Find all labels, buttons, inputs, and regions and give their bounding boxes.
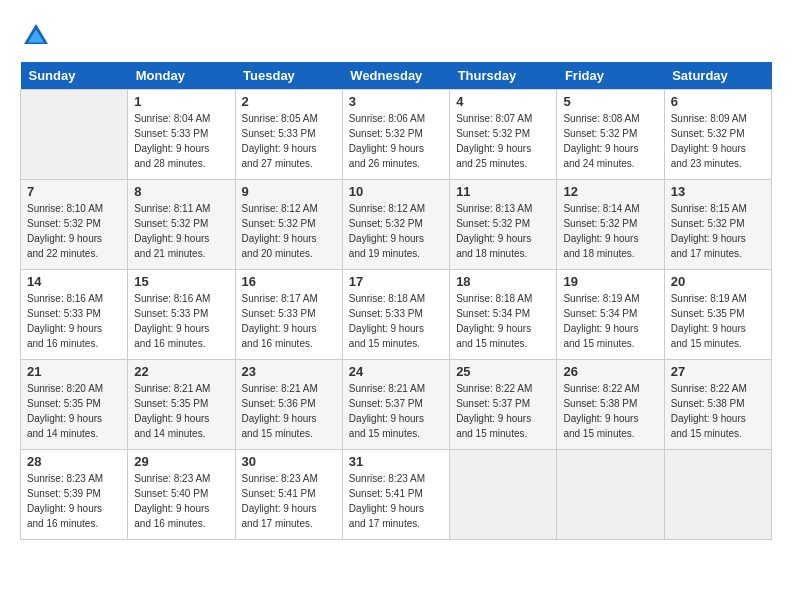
calendar-cell [21, 90, 128, 180]
day-number: 23 [242, 364, 336, 379]
day-number: 18 [456, 274, 550, 289]
calendar-cell: 5Sunrise: 8:08 AMSunset: 5:32 PMDaylight… [557, 90, 664, 180]
day-number: 16 [242, 274, 336, 289]
calendar-header-row: SundayMondayTuesdayWednesdayThursdayFrid… [21, 62, 772, 90]
calendar-cell: 8Sunrise: 8:11 AMSunset: 5:32 PMDaylight… [128, 180, 235, 270]
day-number: 2 [242, 94, 336, 109]
calendar-cell [450, 450, 557, 540]
day-info: Sunrise: 8:14 AMSunset: 5:32 PMDaylight:… [563, 201, 657, 261]
day-info: Sunrise: 8:15 AMSunset: 5:32 PMDaylight:… [671, 201, 765, 261]
day-info: Sunrise: 8:22 AMSunset: 5:38 PMDaylight:… [671, 381, 765, 441]
day-info: Sunrise: 8:17 AMSunset: 5:33 PMDaylight:… [242, 291, 336, 351]
day-info: Sunrise: 8:06 AMSunset: 5:32 PMDaylight:… [349, 111, 443, 171]
calendar-cell: 12Sunrise: 8:14 AMSunset: 5:32 PMDayligh… [557, 180, 664, 270]
day-info: Sunrise: 8:12 AMSunset: 5:32 PMDaylight:… [242, 201, 336, 261]
calendar-week-row: 21Sunrise: 8:20 AMSunset: 5:35 PMDayligh… [21, 360, 772, 450]
calendar-cell: 16Sunrise: 8:17 AMSunset: 5:33 PMDayligh… [235, 270, 342, 360]
calendar-cell: 17Sunrise: 8:18 AMSunset: 5:33 PMDayligh… [342, 270, 449, 360]
day-number: 4 [456, 94, 550, 109]
page-header [20, 20, 772, 52]
day-info: Sunrise: 8:22 AMSunset: 5:38 PMDaylight:… [563, 381, 657, 441]
calendar-cell: 2Sunrise: 8:05 AMSunset: 5:33 PMDaylight… [235, 90, 342, 180]
day-number: 1 [134, 94, 228, 109]
day-info: Sunrise: 8:11 AMSunset: 5:32 PMDaylight:… [134, 201, 228, 261]
calendar-cell [664, 450, 771, 540]
day-number: 17 [349, 274, 443, 289]
day-header-friday: Friday [557, 62, 664, 90]
calendar-cell: 19Sunrise: 8:19 AMSunset: 5:34 PMDayligh… [557, 270, 664, 360]
day-info: Sunrise: 8:18 AMSunset: 5:34 PMDaylight:… [456, 291, 550, 351]
day-number: 7 [27, 184, 121, 199]
day-info: Sunrise: 8:21 AMSunset: 5:37 PMDaylight:… [349, 381, 443, 441]
day-header-monday: Monday [128, 62, 235, 90]
day-info: Sunrise: 8:05 AMSunset: 5:33 PMDaylight:… [242, 111, 336, 171]
day-info: Sunrise: 8:04 AMSunset: 5:33 PMDaylight:… [134, 111, 228, 171]
calendar-cell: 3Sunrise: 8:06 AMSunset: 5:32 PMDaylight… [342, 90, 449, 180]
calendar-cell: 14Sunrise: 8:16 AMSunset: 5:33 PMDayligh… [21, 270, 128, 360]
calendar-cell: 30Sunrise: 8:23 AMSunset: 5:41 PMDayligh… [235, 450, 342, 540]
day-number: 26 [563, 364, 657, 379]
day-number: 10 [349, 184, 443, 199]
calendar-cell: 9Sunrise: 8:12 AMSunset: 5:32 PMDaylight… [235, 180, 342, 270]
calendar-cell: 26Sunrise: 8:22 AMSunset: 5:38 PMDayligh… [557, 360, 664, 450]
day-number: 20 [671, 274, 765, 289]
day-info: Sunrise: 8:08 AMSunset: 5:32 PMDaylight:… [563, 111, 657, 171]
day-number: 24 [349, 364, 443, 379]
calendar-cell: 22Sunrise: 8:21 AMSunset: 5:35 PMDayligh… [128, 360, 235, 450]
calendar-cell: 6Sunrise: 8:09 AMSunset: 5:32 PMDaylight… [664, 90, 771, 180]
day-number: 12 [563, 184, 657, 199]
calendar-cell: 11Sunrise: 8:13 AMSunset: 5:32 PMDayligh… [450, 180, 557, 270]
day-number: 15 [134, 274, 228, 289]
day-number: 21 [27, 364, 121, 379]
day-info: Sunrise: 8:09 AMSunset: 5:32 PMDaylight:… [671, 111, 765, 171]
calendar-week-row: 28Sunrise: 8:23 AMSunset: 5:39 PMDayligh… [21, 450, 772, 540]
calendar-cell: 24Sunrise: 8:21 AMSunset: 5:37 PMDayligh… [342, 360, 449, 450]
day-info: Sunrise: 8:23 AMSunset: 5:41 PMDaylight:… [242, 471, 336, 531]
logo-icon [20, 20, 52, 52]
calendar-cell: 13Sunrise: 8:15 AMSunset: 5:32 PMDayligh… [664, 180, 771, 270]
day-number: 19 [563, 274, 657, 289]
day-info: Sunrise: 8:13 AMSunset: 5:32 PMDaylight:… [456, 201, 550, 261]
day-info: Sunrise: 8:12 AMSunset: 5:32 PMDaylight:… [349, 201, 443, 261]
calendar-cell: 7Sunrise: 8:10 AMSunset: 5:32 PMDaylight… [21, 180, 128, 270]
calendar-week-row: 1Sunrise: 8:04 AMSunset: 5:33 PMDaylight… [21, 90, 772, 180]
day-number: 25 [456, 364, 550, 379]
calendar-cell: 28Sunrise: 8:23 AMSunset: 5:39 PMDayligh… [21, 450, 128, 540]
calendar-cell: 23Sunrise: 8:21 AMSunset: 5:36 PMDayligh… [235, 360, 342, 450]
day-header-thursday: Thursday [450, 62, 557, 90]
day-number: 6 [671, 94, 765, 109]
day-info: Sunrise: 8:19 AMSunset: 5:34 PMDaylight:… [563, 291, 657, 351]
day-number: 30 [242, 454, 336, 469]
day-info: Sunrise: 8:21 AMSunset: 5:36 PMDaylight:… [242, 381, 336, 441]
day-info: Sunrise: 8:22 AMSunset: 5:37 PMDaylight:… [456, 381, 550, 441]
calendar-cell [557, 450, 664, 540]
calendar-cell: 31Sunrise: 8:23 AMSunset: 5:41 PMDayligh… [342, 450, 449, 540]
day-info: Sunrise: 8:18 AMSunset: 5:33 PMDaylight:… [349, 291, 443, 351]
day-number: 11 [456, 184, 550, 199]
calendar-cell: 1Sunrise: 8:04 AMSunset: 5:33 PMDaylight… [128, 90, 235, 180]
calendar-cell: 27Sunrise: 8:22 AMSunset: 5:38 PMDayligh… [664, 360, 771, 450]
day-info: Sunrise: 8:20 AMSunset: 5:35 PMDaylight:… [27, 381, 121, 441]
calendar-cell: 20Sunrise: 8:19 AMSunset: 5:35 PMDayligh… [664, 270, 771, 360]
day-info: Sunrise: 8:21 AMSunset: 5:35 PMDaylight:… [134, 381, 228, 441]
calendar-cell: 25Sunrise: 8:22 AMSunset: 5:37 PMDayligh… [450, 360, 557, 450]
day-number: 9 [242, 184, 336, 199]
day-info: Sunrise: 8:23 AMSunset: 5:40 PMDaylight:… [134, 471, 228, 531]
calendar-week-row: 14Sunrise: 8:16 AMSunset: 5:33 PMDayligh… [21, 270, 772, 360]
day-info: Sunrise: 8:07 AMSunset: 5:32 PMDaylight:… [456, 111, 550, 171]
day-header-tuesday: Tuesday [235, 62, 342, 90]
day-number: 13 [671, 184, 765, 199]
calendar-cell: 4Sunrise: 8:07 AMSunset: 5:32 PMDaylight… [450, 90, 557, 180]
calendar-cell: 18Sunrise: 8:18 AMSunset: 5:34 PMDayligh… [450, 270, 557, 360]
day-number: 8 [134, 184, 228, 199]
day-number: 22 [134, 364, 228, 379]
day-number: 14 [27, 274, 121, 289]
logo [20, 20, 56, 52]
day-number: 5 [563, 94, 657, 109]
day-info: Sunrise: 8:16 AMSunset: 5:33 PMDaylight:… [134, 291, 228, 351]
day-info: Sunrise: 8:19 AMSunset: 5:35 PMDaylight:… [671, 291, 765, 351]
day-number: 31 [349, 454, 443, 469]
day-header-sunday: Sunday [21, 62, 128, 90]
day-info: Sunrise: 8:23 AMSunset: 5:39 PMDaylight:… [27, 471, 121, 531]
day-number: 3 [349, 94, 443, 109]
